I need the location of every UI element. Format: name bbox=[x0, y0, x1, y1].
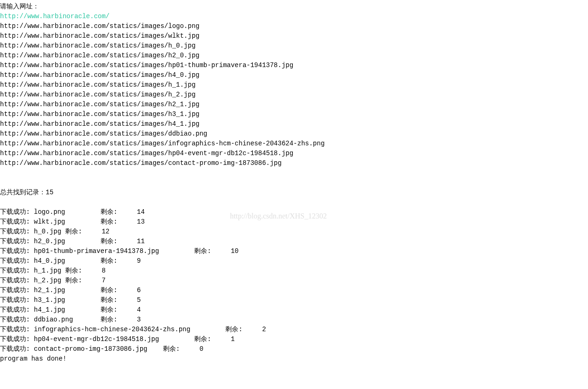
total-count: 15 bbox=[46, 189, 54, 196]
found-url: http://www.harbinoracle.com/statics/imag… bbox=[0, 90, 588, 100]
download-status-line: 下载成功: h2_1.jpg 剩余: 6 bbox=[0, 286, 588, 295]
done-message: program has done! bbox=[0, 354, 588, 364]
entered-url: http://www.harbinoracle.com/ bbox=[0, 12, 588, 21]
total-label: 总共找到记录： bbox=[0, 189, 46, 196]
total-records: 总共找到记录：15 bbox=[0, 188, 588, 198]
found-url: http://www.harbinoracle.com/statics/imag… bbox=[0, 109, 588, 119]
found-url: http://www.harbinoracle.com/statics/imag… bbox=[0, 158, 588, 168]
found-url: http://www.harbinoracle.com/statics/imag… bbox=[0, 100, 588, 109]
found-url: http://www.harbinoracle.com/statics/imag… bbox=[0, 21, 588, 31]
found-url: http://www.harbinoracle.com/statics/imag… bbox=[0, 149, 588, 158]
download-status-line: 下载成功: hp04-event-mgr-db12c-1984518.jpg 剩… bbox=[0, 334, 588, 344]
download-status-line: 下载成功: h3_1.jpg 剩余: 5 bbox=[0, 295, 588, 305]
found-url: http://www.harbinoracle.com/statics/imag… bbox=[0, 41, 588, 51]
download-status-line: 下载成功: ddbiao.png 剩余: 3 bbox=[0, 315, 588, 325]
download-status-line: 下载成功: contact-promo-img-1873086.jpg 剩余: … bbox=[0, 344, 588, 354]
found-url: http://www.harbinoracle.com/statics/imag… bbox=[0, 70, 588, 80]
download-status-line: 下载成功: hp01-thumb-primavera-1941378.jpg 剩… bbox=[0, 246, 588, 256]
download-status-line: 下载成功: h_1.jpg 剩余: 8 bbox=[0, 266, 588, 276]
download-status-line: 下载成功: h4_1.jpg 剩余: 4 bbox=[0, 305, 588, 315]
found-url: http://www.harbinoracle.com/statics/imag… bbox=[0, 31, 588, 41]
download-status-line: 下载成功: infographics-hcm-chinese-2043624-z… bbox=[0, 325, 588, 334]
download-status-line: 下载成功: logo.png 剩余: 14 bbox=[0, 207, 588, 217]
url-list: http://www.harbinoracle.com/statics/imag… bbox=[0, 21, 588, 168]
found-url: http://www.harbinoracle.com/statics/imag… bbox=[0, 80, 588, 90]
found-url: http://www.harbinoracle.com/statics/imag… bbox=[0, 119, 588, 129]
found-url: http://www.harbinoracle.com/statics/imag… bbox=[0, 139, 588, 149]
download-status-line: 下载成功: h4_0.jpg 剩余: 9 bbox=[0, 256, 588, 266]
input-prompt: 请输入网址： bbox=[0, 2, 588, 12]
download-status-line: 下载成功: wlkt.jpg 剩余: 13 bbox=[0, 217, 588, 227]
download-list: 下载成功: logo.png 剩余: 14下载成功: wlkt.jpg 剩余: … bbox=[0, 207, 588, 354]
download-status-line: 下载成功: h_0.jpg 剩余: 12 bbox=[0, 227, 588, 237]
found-url: http://www.harbinoracle.com/statics/imag… bbox=[0, 129, 588, 139]
found-url: http://www.harbinoracle.com/statics/imag… bbox=[0, 51, 588, 61]
found-url: http://www.harbinoracle.com/statics/imag… bbox=[0, 61, 588, 70]
download-status-line: 下载成功: h2_0.jpg 剩余: 11 bbox=[0, 237, 588, 246]
download-status-line: 下载成功: h_2.jpg 剩余: 7 bbox=[0, 276, 588, 286]
